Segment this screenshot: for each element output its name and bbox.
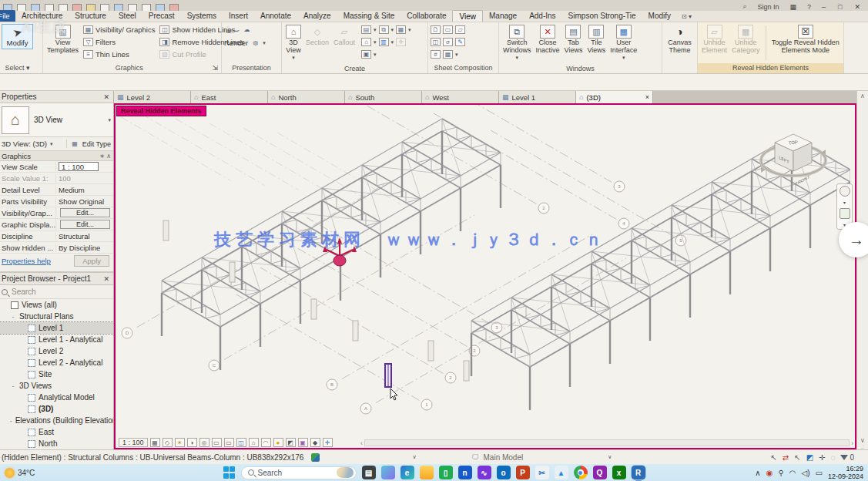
view-tab--3d-[interactable]: ⌂(3D)×: [576, 91, 653, 103]
property-value[interactable]: By Discipline: [55, 244, 114, 252]
search-help-icon[interactable]: ⌕: [742, 2, 746, 11]
scroll-left-icon[interactable]: ‹: [360, 439, 363, 447]
filter-control[interactable]: 0: [840, 453, 854, 462]
browser-node-level-1[interactable]: Level 1: [0, 322, 114, 334]
view-tab-north[interactable]: ⌂North: [268, 91, 345, 103]
browser-node-north[interactable]: North: [0, 438, 114, 449]
property-value[interactable]: 100: [55, 174, 114, 183]
canvas-theme-button[interactable]: ◑ Canvas Theme: [666, 24, 693, 55]
tile-views-button[interactable]: ▥Tile Views: [585, 24, 607, 55]
type-selector-chevron-icon[interactable]: ▾: [108, 117, 111, 123]
filters-button[interactable]: ▽Filters: [83, 36, 155, 48]
duplicate-view-icon[interactable]: ⧉: [379, 25, 389, 34]
tray-chevron-icon[interactable]: ∧: [755, 469, 760, 477]
revit-app[interactable]: R: [632, 466, 645, 479]
ribbon-tab-modify[interactable]: Modify: [642, 10, 677, 22]
property-value[interactable]: Edit...: [55, 219, 114, 230]
minimize-button[interactable]: –: [822, 3, 826, 11]
ribbon-tab-analyze[interactable]: Analyze: [297, 10, 337, 22]
worksets-dropdown[interactable]: ∨: [412, 454, 416, 460]
ribbon-tab-massing-site[interactable]: Massing & Site: [337, 10, 401, 22]
outlook-app[interactable]: o: [497, 466, 511, 479]
tab-views-button[interactable]: ▤Tab Views: [563, 24, 585, 55]
browser-node-analytical-model[interactable]: Analytical Model: [0, 392, 114, 403]
browser-node-site[interactable]: Site: [0, 368, 114, 380]
show-rendering-icon[interactable]: ◇: [163, 438, 173, 447]
model-drawing[interactable]: 32453221ABCD: [116, 105, 850, 433]
browser-search-input[interactable]: Search: [0, 285, 114, 299]
scale-control[interactable]: 1 : 100: [119, 438, 148, 447]
user-interface-button[interactable]: ▦User Interface▾: [608, 24, 638, 62]
browser-node--3d-[interactable]: (3D): [0, 403, 114, 415]
onenote-app[interactable]: n: [458, 466, 472, 479]
3d-view-button[interactable]: ⌂ 3D View▾: [284, 24, 303, 62]
ribbon-tab-insert[interactable]: Insert: [223, 10, 254, 22]
render-teapot-icon[interactable]: ☕︎⌣: [224, 23, 240, 37]
hidden-column-ghost[interactable]: [353, 321, 358, 341]
widgets-app[interactable]: ▤: [362, 466, 376, 479]
graphics-dialog-launcher-icon[interactable]: ⇲: [212, 63, 218, 73]
temporary-view-icon[interactable]: ▣: [298, 438, 308, 447]
legends-icon[interactable]: ▦: [396, 25, 406, 34]
view-reference-icon[interactable]: ✎: [455, 38, 465, 46]
edge-app[interactable]: e: [400, 466, 414, 479]
resize-grip[interactable]: .:: [861, 444, 864, 449]
sheets-app[interactable]: ▯: [439, 466, 453, 479]
taskbar-search-input[interactable]: Search: [241, 466, 357, 479]
browser-node-views-all-[interactable]: Views (all): [0, 299, 114, 311]
visual-style-icon[interactable]: ▦: [150, 438, 160, 447]
hidden-column-ghost[interactable]: [230, 262, 235, 282]
guide-grid-icon[interactable]: ◫: [431, 38, 441, 46]
steering-wheel-icon[interactable]: [840, 186, 850, 197]
constraints-icon[interactable]: ✛: [323, 438, 333, 447]
help-icon[interactable]: ?: [807, 3, 811, 11]
sun-settings-icon[interactable]: ◎: [199, 438, 209, 447]
horizontal-scrollbar[interactable]: ‹ ›: [360, 438, 853, 448]
tray-app-icon[interactable]: ◉: [766, 469, 773, 477]
shadows-icon[interactable]: ◑: [187, 438, 197, 447]
analytics-app[interactable]: ∿: [478, 466, 491, 479]
apply-button[interactable]: Apply: [74, 255, 109, 267]
volume-icon[interactable]: ◁): [801, 469, 809, 477]
xbox-app[interactable]: x: [612, 466, 626, 479]
file-tab[interactable]: File: [0, 10, 15, 22]
scroll-down-icon[interactable]: ∨: [860, 437, 865, 444]
browser-node-elevations-building-elevation-[interactable]: -Elevations (Building Elevation): [0, 415, 114, 426]
browser-node-east[interactable]: East: [0, 426, 114, 438]
weather-widget[interactable]: 34°C: [0, 468, 116, 478]
select-panel-label[interactable]: Select ▾: [0, 63, 42, 73]
view-tab-close-icon[interactable]: ×: [645, 93, 649, 101]
property-value[interactable]: Structural: [55, 232, 114, 240]
analytical-model-icon[interactable]: ◆: [310, 438, 320, 447]
lock-view-icon[interactable]: ⌂: [249, 438, 259, 447]
browser-node-structural-plans[interactable]: -Structural Plans: [0, 311, 114, 322]
design-options-dropdown[interactable]: 🖵 Main Model: [471, 453, 524, 462]
select-by-face-icon[interactable]: ◩: [806, 453, 813, 462]
view-tab-south[interactable]: ⌂South: [345, 91, 422, 103]
maximize-button[interactable]: □: [838, 3, 842, 11]
schedules-icon[interactable]: ▥: [379, 38, 389, 46]
render-button[interactable]: Render◍▾: [224, 37, 266, 49]
view-tab-level-1[interactable]: ▦Level 1: [499, 91, 576, 103]
copilot-app[interactable]: [381, 466, 395, 479]
switch-windows-button[interactable]: ⧉Switch Windows▾: [501, 24, 533, 62]
property-value[interactable]: Edit...: [55, 207, 114, 218]
scroll-up-icon[interactable]: ∧: [860, 92, 865, 99]
hidden-column-ghost[interactable]: [163, 220, 169, 240]
vertical-scrollbar[interactable]: ∧ ∨ .:: [856, 91, 868, 449]
view-tab-east[interactable]: ⌂East: [191, 91, 268, 103]
select-pinned-icon[interactable]: ↖: [794, 453, 800, 462]
render-in-cloud-icon[interactable]: ☁: [242, 25, 252, 34]
visibility-graphics-button[interactable]: ▦Visibility/ Graphics: [83, 24, 155, 35]
background-processes-icon[interactable]: ◌: [830, 453, 835, 462]
ribbon-tab-steel[interactable]: Steel: [112, 10, 142, 22]
pen-icon[interactable]: ▭: [816, 469, 823, 477]
graphics-section-header[interactable]: Graphics∗ ∧: [0, 151, 114, 161]
show-crop-icon[interactable]: ◫: [236, 438, 246, 447]
zoom-tool-icon[interactable]: [840, 208, 850, 219]
start-button[interactable]: [223, 466, 236, 479]
sign-in-button[interactable]: Sign In: [757, 3, 779, 11]
scroll-right-icon[interactable]: ›: [851, 439, 853, 447]
matchline-icon[interactable]: σ: [443, 38, 453, 46]
design-options-chevron[interactable]: ∨: [608, 454, 612, 460]
